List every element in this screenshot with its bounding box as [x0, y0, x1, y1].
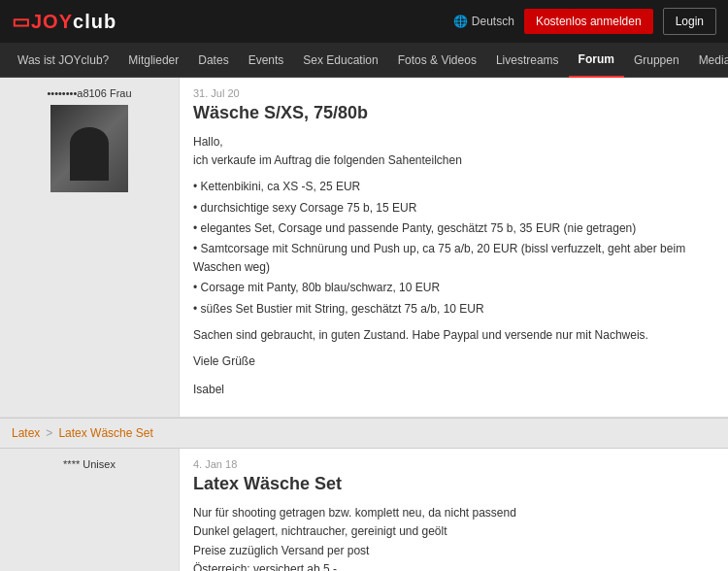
bullet-list-1: • Kettenbikini, ca XS -S, 25 EUR • durch…	[193, 178, 714, 318]
logo-club: club	[73, 11, 116, 32]
login-button[interactable]: Login	[663, 8, 716, 35]
post-mid: Sachen sind gebraucht, in guten Zustand.…	[193, 326, 714, 345]
post-body-2: Nur für shooting getragen bzw. komplett …	[193, 504, 714, 571]
breadcrumb-parent[interactable]: Latex	[12, 426, 40, 440]
bullet-item-1: • Kettenbikini, ca XS -S, 25 EUR	[193, 178, 714, 196]
post-intro: Hallo,ich verkaufe im Auftrag die folgen…	[193, 133, 714, 170]
post-title-2: Latex Wäsche Set	[193, 474, 714, 494]
nav-item-gruppen[interactable]: Gruppen	[624, 43, 689, 78]
post-body-1: Hallo,ich verkaufe im Auftrag die folgen…	[193, 133, 714, 399]
bullet-item-6: • süßes Set Bustier mit String, geschätz…	[193, 300, 714, 319]
nav-item-forum[interactable]: Forum	[569, 43, 624, 78]
author-name-1: ••••••••a8106 Frau	[47, 87, 131, 99]
main-content: ••••••••a8106 Frau 31. Jul 20 Wäsche S/X…	[0, 78, 728, 571]
breadcrumb: Latex > Latex Wäsche Set	[12, 426, 716, 440]
post-line-3: Österreich: versichert ab 5,-	[193, 560, 714, 571]
globe-icon: 🌐	[453, 15, 468, 28]
post-author-2: **** Unisex	[0, 449, 180, 571]
post-greeting: Viele Grüße	[193, 353, 714, 371]
nav-item-fotos[interactable]: Fotos & Videos	[388, 43, 486, 78]
register-button[interactable]: Kostenlos anmelden	[524, 9, 653, 34]
nav-item-events[interactable]: Events	[239, 43, 294, 78]
lang-label: Deutsch	[472, 15, 514, 28]
bullet-item-3: • elegantes Set, Corsage und passende Pa…	[193, 219, 714, 238]
post-content-1: 31. Jul 20 Wäsche S/XS, 75/80b Hallo,ich…	[180, 78, 728, 417]
author-name-2: **** Unisex	[63, 458, 116, 470]
breadcrumb-current: Latex Wäsche Set	[58, 426, 152, 440]
post-author-1: ••••••••a8106 Frau	[0, 78, 180, 417]
post-section-2: **** Unisex 4. Jan 18 Latex Wäsche Set N…	[0, 449, 728, 571]
nav-item-sex-education[interactable]: Sex Education	[293, 43, 387, 78]
main-nav: Was ist JOYclub? Mitglieder Dates Events…	[0, 43, 728, 78]
nav-item-livestreams[interactable]: Livestreams	[486, 43, 569, 78]
bullet-item-2: • durchsichtige sexy Corsage 75 b, 15 EU…	[193, 199, 714, 218]
language-selector[interactable]: 🌐 Deutsch	[453, 15, 514, 28]
avatar-image-1	[50, 105, 128, 192]
post-date-2: 4. Jan 18	[193, 458, 714, 470]
logo-joy: ▭JOY	[12, 11, 73, 32]
nav-item-was-ist[interactable]: Was ist JOYclub?	[8, 43, 118, 78]
header: ▭JOYclub 🌐 Deutsch Kostenlos anmelden Lo…	[0, 0, 728, 43]
nav-item-dates[interactable]: Dates	[188, 43, 238, 78]
post-row-2: **** Unisex 4. Jan 18 Latex Wäsche Set N…	[0, 449, 728, 571]
header-right: 🌐 Deutsch Kostenlos anmelden Login	[453, 8, 716, 35]
breadcrumb-section: Latex > Latex Wäsche Set	[0, 418, 728, 449]
post-content-2: 4. Jan 18 Latex Wäsche Set Nur für shoot…	[180, 449, 728, 571]
post-line-1: Dunkel gelagert, nichtraucher, gereinigt…	[193, 522, 714, 541]
post-title-1: Wäsche S/XS, 75/80b	[193, 103, 714, 123]
post-line-0: Nur für shooting getragen bzw. komplett …	[193, 504, 714, 522]
breadcrumb-separator: >	[46, 426, 52, 440]
post-line-2: Preise zuzüglich Versand per post	[193, 542, 714, 560]
bullet-item-5: • Corsage mit Panty, 80b blau/schwarz, 1…	[193, 279, 714, 297]
post-date-1: 31. Jul 20	[193, 87, 714, 99]
nav-item-mitglieder[interactable]: Mitglieder	[118, 43, 188, 78]
bullet-item-4: • Samtcorsage mit Schnürung und Push up,…	[193, 240, 714, 277]
post-section-1: ••••••••a8106 Frau 31. Jul 20 Wäsche S/X…	[0, 78, 728, 418]
nav-item-mediathek[interactable]: Mediathek	[689, 43, 728, 78]
post-row-1: ••••••••a8106 Frau 31. Jul 20 Wäsche S/X…	[0, 78, 728, 418]
post-signature: Isabel	[193, 381, 714, 399]
logo: ▭JOYclub	[12, 10, 116, 33]
avatar-1	[50, 105, 128, 192]
